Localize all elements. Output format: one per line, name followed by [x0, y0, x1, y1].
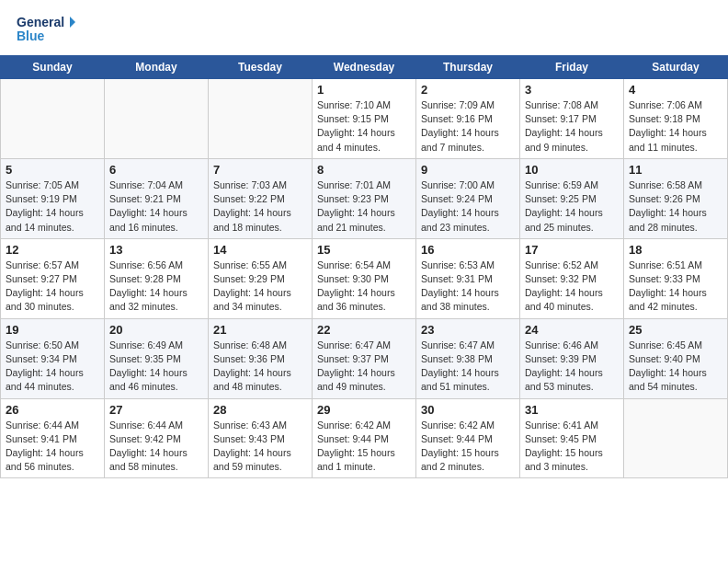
calendar-cell: 23Sunrise: 6:47 AM Sunset: 9:38 PM Dayli…: [416, 318, 520, 398]
calendar-header-row: SundayMondayTuesdayWednesdayThursdayFrid…: [1, 56, 728, 79]
day-info: Sunrise: 7:09 AM Sunset: 9:16 PM Dayligh…: [421, 98, 515, 155]
day-number: 17: [525, 243, 619, 257]
day-info: Sunrise: 6:49 AM Sunset: 9:35 PM Dayligh…: [109, 339, 203, 395]
day-info: Sunrise: 6:53 AM Sunset: 9:31 PM Dayligh…: [421, 259, 515, 315]
day-header-monday: Monday: [105, 56, 209, 79]
calendar-cell: 27Sunrise: 6:44 AM Sunset: 9:42 PM Dayli…: [105, 398, 209, 478]
calendar-cell: 30Sunrise: 6:42 AM Sunset: 9:44 PM Dayli…: [416, 398, 520, 478]
day-info: Sunrise: 6:44 AM Sunset: 9:42 PM Dayligh…: [109, 419, 203, 475]
day-info: Sunrise: 7:10 AM Sunset: 9:15 PM Dayligh…: [317, 98, 411, 155]
day-info: Sunrise: 6:54 AM Sunset: 9:30 PM Dayligh…: [317, 259, 411, 315]
page-header: General Blue: [0, 0, 728, 55]
day-number: 10: [525, 163, 619, 177]
calendar-cell: 5Sunrise: 7:05 AM Sunset: 9:19 PM Daylig…: [1, 158, 105, 238]
calendar-table: SundayMondayTuesdayWednesdayThursdayFrid…: [0, 55, 728, 478]
day-number: 20: [109, 323, 203, 337]
day-info: Sunrise: 6:48 AM Sunset: 9:36 PM Dayligh…: [213, 339, 307, 395]
calendar-cell: 16Sunrise: 6:53 AM Sunset: 9:31 PM Dayli…: [416, 238, 520, 318]
day-number: 6: [109, 163, 203, 177]
day-info: Sunrise: 6:47 AM Sunset: 9:37 PM Dayligh…: [317, 339, 411, 395]
calendar-week-4: 19Sunrise: 6:50 AM Sunset: 9:34 PM Dayli…: [1, 318, 728, 398]
day-info: Sunrise: 6:45 AM Sunset: 9:40 PM Dayligh…: [629, 339, 722, 395]
day-number: 19: [6, 323, 99, 337]
day-number: 30: [421, 403, 515, 417]
day-number: 28: [213, 403, 307, 417]
day-info: Sunrise: 6:43 AM Sunset: 9:43 PM Dayligh…: [213, 419, 307, 475]
day-header-thursday: Thursday: [416, 56, 520, 79]
day-number: 9: [421, 163, 515, 177]
day-number: 8: [317, 163, 411, 177]
calendar-cell: 21Sunrise: 6:48 AM Sunset: 9:36 PM Dayli…: [209, 318, 313, 398]
day-number: 18: [629, 243, 722, 257]
calendar-cell: 10Sunrise: 6:59 AM Sunset: 9:25 PM Dayli…: [520, 158, 624, 238]
day-number: 2: [421, 83, 515, 97]
calendar-week-2: 5Sunrise: 7:05 AM Sunset: 9:19 PM Daylig…: [1, 158, 728, 238]
day-info: Sunrise: 6:55 AM Sunset: 9:29 PM Dayligh…: [213, 259, 307, 315]
day-number: 22: [317, 323, 411, 337]
day-info: Sunrise: 6:52 AM Sunset: 9:32 PM Dayligh…: [525, 259, 619, 315]
day-info: Sunrise: 6:56 AM Sunset: 9:28 PM Dayligh…: [109, 259, 203, 315]
day-info: Sunrise: 6:57 AM Sunset: 9:27 PM Dayligh…: [6, 259, 99, 315]
day-info: Sunrise: 7:05 AM Sunset: 9:19 PM Dayligh…: [6, 178, 99, 235]
day-header-tuesday: Tuesday: [209, 56, 313, 79]
day-number: 4: [629, 83, 722, 97]
calendar-cell: 29Sunrise: 6:42 AM Sunset: 9:44 PM Dayli…: [313, 398, 416, 478]
day-info: Sunrise: 6:42 AM Sunset: 9:44 PM Dayligh…: [421, 419, 515, 475]
day-number: 1: [317, 83, 411, 97]
day-info: Sunrise: 6:47 AM Sunset: 9:38 PM Dayligh…: [421, 339, 515, 395]
day-header-sunday: Sunday: [1, 56, 105, 79]
day-info: Sunrise: 6:42 AM Sunset: 9:44 PM Dayligh…: [317, 419, 411, 475]
day-number: 24: [525, 323, 619, 337]
calendar-cell: 22Sunrise: 6:47 AM Sunset: 9:37 PM Dayli…: [313, 318, 416, 398]
calendar-cell: 28Sunrise: 6:43 AM Sunset: 9:43 PM Dayli…: [209, 398, 313, 478]
day-number: 21: [213, 323, 307, 337]
calendar-cell: [624, 398, 728, 478]
calendar-week-3: 12Sunrise: 6:57 AM Sunset: 9:27 PM Dayli…: [1, 238, 728, 318]
calendar-cell: 25Sunrise: 6:45 AM Sunset: 9:40 PM Dayli…: [624, 318, 728, 398]
calendar-cell: 18Sunrise: 6:51 AM Sunset: 9:33 PM Dayli…: [624, 238, 728, 318]
day-info: Sunrise: 7:01 AM Sunset: 9:23 PM Dayligh…: [317, 178, 411, 235]
day-number: 12: [6, 243, 99, 257]
day-info: Sunrise: 6:44 AM Sunset: 9:41 PM Dayligh…: [6, 419, 99, 475]
calendar-cell: [1, 79, 105, 159]
day-number: 5: [6, 163, 99, 177]
calendar-cell: 3Sunrise: 7:08 AM Sunset: 9:17 PM Daylig…: [520, 79, 624, 159]
calendar-cell: 6Sunrise: 7:04 AM Sunset: 9:21 PM Daylig…: [105, 158, 209, 238]
day-number: 3: [525, 83, 619, 97]
svg-marker-2: [70, 17, 75, 28]
day-info: Sunrise: 6:46 AM Sunset: 9:39 PM Dayligh…: [525, 339, 619, 395]
day-info: Sunrise: 6:50 AM Sunset: 9:34 PM Dayligh…: [6, 339, 99, 395]
day-header-saturday: Saturday: [624, 56, 728, 79]
calendar-cell: 19Sunrise: 6:50 AM Sunset: 9:34 PM Dayli…: [1, 318, 105, 398]
calendar-cell: [105, 79, 209, 159]
day-info: Sunrise: 6:58 AM Sunset: 9:26 PM Dayligh…: [629, 178, 722, 235]
day-number: 31: [525, 403, 619, 417]
day-number: 26: [6, 403, 99, 417]
calendar-cell: 9Sunrise: 7:00 AM Sunset: 9:24 PM Daylig…: [416, 158, 520, 238]
calendar-cell: 8Sunrise: 7:01 AM Sunset: 9:23 PM Daylig…: [313, 158, 416, 238]
calendar-week-1: 1Sunrise: 7:10 AM Sunset: 9:15 PM Daylig…: [1, 79, 728, 159]
day-info: Sunrise: 7:08 AM Sunset: 9:17 PM Dayligh…: [525, 98, 619, 155]
calendar-cell: 17Sunrise: 6:52 AM Sunset: 9:32 PM Dayli…: [520, 238, 624, 318]
calendar-cell: 24Sunrise: 6:46 AM Sunset: 9:39 PM Dayli…: [520, 318, 624, 398]
day-number: 13: [109, 243, 203, 257]
day-info: Sunrise: 7:06 AM Sunset: 9:18 PM Dayligh…: [629, 98, 722, 155]
calendar-cell: 14Sunrise: 6:55 AM Sunset: 9:29 PM Dayli…: [209, 238, 313, 318]
day-header-wednesday: Wednesday: [313, 56, 416, 79]
day-number: 11: [629, 163, 722, 177]
day-info: Sunrise: 7:04 AM Sunset: 9:21 PM Dayligh…: [109, 178, 203, 235]
svg-text:Blue: Blue: [17, 29, 45, 43]
day-number: 14: [213, 243, 307, 257]
day-number: 15: [317, 243, 411, 257]
logo-svg: General Blue: [17, 13, 81, 48]
calendar-cell: [209, 79, 313, 159]
calendar-cell: 26Sunrise: 6:44 AM Sunset: 9:41 PM Dayli…: [1, 398, 105, 478]
day-info: Sunrise: 6:41 AM Sunset: 9:45 PM Dayligh…: [525, 419, 619, 475]
day-header-friday: Friday: [520, 56, 624, 79]
calendar-week-5: 26Sunrise: 6:44 AM Sunset: 9:41 PM Dayli…: [1, 398, 728, 478]
calendar-cell: 4Sunrise: 7:06 AM Sunset: 9:18 PM Daylig…: [624, 79, 728, 159]
day-number: 23: [421, 323, 515, 337]
logo: General Blue: [17, 13, 81, 48]
calendar-cell: 2Sunrise: 7:09 AM Sunset: 9:16 PM Daylig…: [416, 79, 520, 159]
day-info: Sunrise: 6:59 AM Sunset: 9:25 PM Dayligh…: [525, 178, 619, 235]
